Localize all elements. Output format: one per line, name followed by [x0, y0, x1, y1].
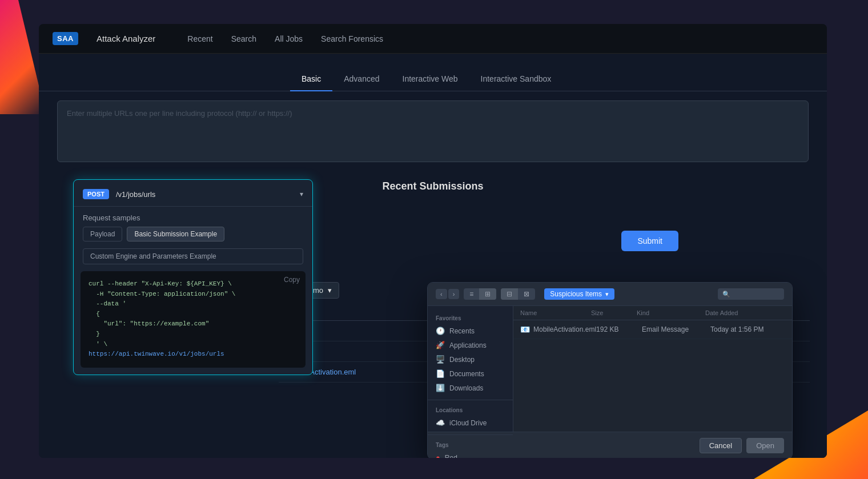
file-icon-wrapper: 📧 MobileActivation.eml [520, 325, 596, 334]
file-kind: Email Message [642, 325, 710, 333]
file-name: MobileActivation.eml [533, 325, 596, 333]
search-input[interactable] [734, 290, 779, 298]
tab-interactive-sandbox[interactable]: Interactive Sandbox [469, 70, 563, 91]
sidebar-applications-label: Applications [449, 341, 487, 349]
logo-badge: SAA [53, 32, 78, 45]
location-badge[interactable]: Suspicious Items ▾ [544, 288, 614, 300]
api-panel: POST /v1/jobs/urls ▾ Request samples Pay… [73, 179, 313, 375]
sidebar-item-documents[interactable]: 📄 Documents [428, 367, 513, 381]
custom-engine-btn[interactable]: Custom Engine and Parameters Example [83, 248, 303, 264]
open-button[interactable]: Open [746, 438, 784, 453]
endpoint-text: /v1/jobs/urls [116, 190, 293, 199]
favorites-label: Favorites [428, 313, 513, 324]
submit-button[interactable]: Submit [621, 231, 678, 251]
col-size: Size [591, 309, 637, 316]
documents-icon: 📄 [436, 369, 445, 378]
cancel-button[interactable]: Cancel [700, 438, 742, 453]
nav-all-jobs[interactable]: All Jobs [275, 34, 303, 43]
file-row-1[interactable]: 📧 MobileActivation.eml 192 KB Email Mess… [513, 320, 792, 339]
eml-icon: 📧 [520, 325, 530, 334]
sidebar-documents-label: Documents [449, 370, 484, 378]
nav-search[interactable]: Search [231, 34, 256, 43]
view-option-btn-2[interactable]: ⊠ [518, 288, 535, 300]
search-icon: 🔍 [722, 291, 730, 298]
red-tag-icon: ● [436, 453, 440, 458]
sidebar-item-icloud[interactable]: ☁️ iCloud Drive [428, 416, 513, 430]
api-panel-header: POST /v1/jobs/urls ▾ [74, 180, 312, 207]
col-date: Date Added [705, 309, 785, 316]
sidebar-recents-label: Recents [449, 327, 475, 335]
sidebar-item-downloads[interactable]: ⬇️ Downloads [428, 381, 513, 395]
sidebar-divider-2 [428, 434, 513, 435]
col-kind: Kind [637, 309, 705, 316]
code-text: curl --header "X-Api-Key: ${API_KEY} \ -… [89, 279, 298, 360]
app-title: Attack Analyzer [97, 34, 155, 43]
file-dialog: ‹ › ≡ ⊞ ⊟ ⊠ Suspicious Items ▾ 🔍 [427, 282, 793, 458]
sidebar-item-recents[interactable]: 🕐 Recents [428, 324, 513, 338]
main-window: SAA Attack Analyzer Recent Search All Jo… [39, 24, 827, 458]
file-date: Today at 1:56 PM [710, 325, 790, 333]
dropdown-chevron: ▾ [328, 286, 332, 295]
icloud-icon: ☁️ [436, 418, 445, 427]
downloads-icon: ⬇️ [436, 384, 445, 392]
file-dialog-body: Favorites 🕐 Recents 🚀 Applications 🖥️ De… [428, 306, 792, 432]
basic-tab[interactable]: Basic Submission Example [127, 227, 224, 241]
sidebar-item-desktop[interactable]: 🖥️ Desktop [428, 352, 513, 367]
file-list-header: Name Size Kind Date Added [513, 306, 792, 320]
sidebar-divider [428, 400, 513, 400]
sidebar-item-applications[interactable]: 🚀 Applications [428, 338, 513, 352]
tab-basic[interactable]: Basic [290, 70, 332, 91]
applications-icon: 🚀 [436, 341, 445, 349]
nav-recent[interactable]: Recent [187, 34, 212, 43]
tab-advanced[interactable]: Advanced [332, 70, 391, 91]
view-toggle-2: ⊟ ⊠ [501, 288, 535, 300]
tab-interactive-web[interactable]: Interactive Web [391, 70, 469, 91]
recent-submissions-title: Recent Submissions [382, 180, 483, 192]
code-block: Copy curl --header "X-Api-Key: ${API_KEY… [81, 271, 306, 368]
file-size: 192 KB [596, 325, 642, 333]
sidebar-downloads-label: Downloads [449, 384, 483, 392]
forward-button[interactable]: › [448, 289, 460, 299]
content-area: Basic Advanced Interactive Web Interacti… [39, 54, 827, 458]
sidebar-icloud-label: iCloud Drive [449, 419, 487, 427]
view-option-btn[interactable]: ⊟ [501, 288, 518, 300]
nav-arrows: ‹ › [436, 289, 459, 299]
grid-view-btn[interactable]: ⊞ [479, 288, 496, 300]
view-toggle: ≡ ⊞ [464, 288, 496, 300]
location-badge-text: Suspicious Items [550, 290, 602, 298]
tags-label: Tags [428, 440, 513, 450]
list-view-btn[interactable]: ≡ [464, 288, 479, 300]
nav-search-forensics[interactable]: Search Forensics [321, 34, 383, 43]
file-dialog-toolbar: ‹ › ≡ ⊞ ⊟ ⊠ Suspicious Items ▾ 🔍 [428, 283, 792, 306]
samples-tabs: Payload Basic Submission Example [74, 227, 312, 248]
url-input[interactable] [67, 118, 799, 152]
sidebar-item-red[interactable]: ● Red [428, 450, 513, 458]
location-chevron-icon: ▾ [605, 291, 609, 298]
post-badge: POST [83, 189, 109, 199]
file-list-panel: Name Size Kind Date Added 📧 MobileActiva… [513, 306, 792, 432]
url-input-placeholder: Enter multiple URLs one per line includi… [67, 109, 292, 118]
col-name: Name [520, 309, 591, 316]
sidebar-panel: Favorites 🕐 Recents 🚀 Applications 🖥️ De… [428, 306, 513, 432]
payload-tab[interactable]: Payload [83, 227, 122, 241]
sidebar-desktop-label: Desktop [449, 356, 475, 364]
sidebar-red-label: Red [445, 454, 457, 458]
search-box[interactable]: 🔍 [718, 288, 784, 300]
desktop-icon: 🖥️ [436, 355, 445, 364]
navbar: SAA Attack Analyzer Recent Search All Jo… [39, 24, 827, 54]
tabs-row: Basic Advanced Interactive Web Interacti… [39, 54, 827, 91]
chevron-down-icon: ▾ [300, 190, 303, 198]
back-button[interactable]: ‹ [436, 289, 447, 299]
request-samples-label: Request samples [74, 207, 312, 227]
recents-icon: 🕐 [436, 327, 445, 335]
copy-button[interactable]: Copy [284, 276, 300, 284]
locations-label: Locations [428, 405, 513, 416]
